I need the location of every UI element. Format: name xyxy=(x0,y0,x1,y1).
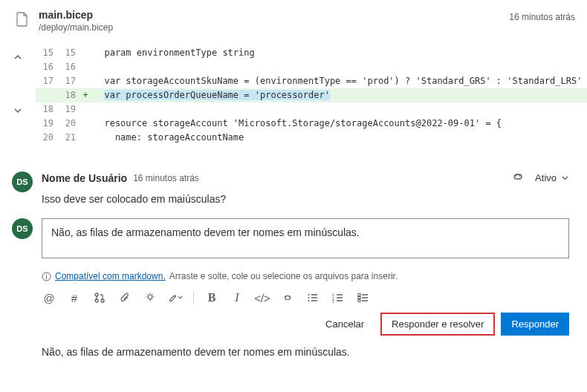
reply-block: DS xyxy=(0,209,587,265)
task-list-button[interactable] xyxy=(356,290,371,305)
svg-rect-15 xyxy=(358,300,360,302)
comment-text: Isso deve ser colocado em maiúsculas? xyxy=(42,193,569,205)
file-path: /deploy/main.bicep xyxy=(39,22,509,33)
file-header: main.bicep /deploy/main.bicep 16 minutos… xyxy=(0,0,587,42)
file-time: 16 minutos atrás xyxy=(509,9,575,22)
svg-rect-13 xyxy=(358,294,360,296)
reply-button[interactable]: Responder xyxy=(501,313,569,336)
diff-container: 1515 param environmentType string1616171… xyxy=(0,42,587,160)
file-name: main.bicep xyxy=(39,9,509,21)
code-row: 1920 resource storageAccount 'Microsoft.… xyxy=(36,117,587,131)
svg-point-4 xyxy=(95,299,98,302)
numbered-list-button[interactable]: 123 xyxy=(331,290,346,305)
file-icon xyxy=(12,9,33,30)
bullet-list-button[interactable] xyxy=(305,290,320,305)
lightbulb-button[interactable] xyxy=(143,290,158,305)
code-row: 1616 xyxy=(36,60,587,74)
svg-text:3: 3 xyxy=(332,299,334,303)
comment-user: Nome de Usuário xyxy=(42,172,127,184)
code-row: 2021 name: storageAccountName xyxy=(36,131,587,145)
svg-rect-2 xyxy=(46,275,47,278)
link-button[interactable] xyxy=(280,290,295,305)
hash-button[interactable]: # xyxy=(67,290,82,305)
svg-point-6 xyxy=(148,295,152,299)
svg-point-8 xyxy=(308,297,310,298)
mention-button[interactable]: @ xyxy=(42,290,56,305)
svg-point-9 xyxy=(308,300,310,301)
pr-button[interactable] xyxy=(92,290,107,305)
markdown-link[interactable]: Compatível com markdown. xyxy=(55,271,166,281)
reply-input[interactable] xyxy=(42,218,569,258)
rendered-reply-text: Não, as filas de armazenamento devem ter… xyxy=(0,346,587,368)
svg-point-5 xyxy=(101,299,104,302)
code-row: 1819 xyxy=(36,102,587,117)
avatar: DS xyxy=(12,218,33,239)
attach-button[interactable] xyxy=(117,290,132,305)
expand-up-button[interactable] xyxy=(10,49,26,65)
code-button[interactable]: </> xyxy=(255,290,270,305)
info-icon xyxy=(42,272,51,281)
bold-button[interactable]: B xyxy=(204,290,219,305)
button-row: Cancelar Responder e resolver Responder xyxy=(0,313,587,346)
code-row: 18+ var processOrderQueueName = 'process… xyxy=(36,88,587,102)
markdown-hint: Compatível com markdown. Arraste e solte… xyxy=(42,271,587,281)
link-icon[interactable] xyxy=(511,172,525,184)
formatting-toolbar: @ # B I </> 123 xyxy=(0,287,587,313)
code-row: 1515 param environmentType string xyxy=(36,46,587,60)
svg-point-1 xyxy=(46,274,48,275)
cancel-button[interactable]: Cancelar xyxy=(315,313,374,336)
reply-resolve-button[interactable]: Responder e resolver xyxy=(380,313,495,336)
code-area: 1515 param environmentType string1616171… xyxy=(36,46,587,145)
svg-point-7 xyxy=(308,294,310,295)
comment-block: DS Nome de Usuário 16 minutos atrás Ativ… xyxy=(0,160,587,209)
svg-rect-14 xyxy=(358,297,360,299)
status-dropdown[interactable]: Ativo xyxy=(535,172,569,183)
markdown-hint-text: Arraste e solte, cole ou selecione os ar… xyxy=(169,271,398,281)
avatar: DS xyxy=(12,172,33,192)
paint-button[interactable] xyxy=(168,290,183,305)
comment-time: 16 minutos atrás xyxy=(133,173,199,183)
svg-point-3 xyxy=(95,293,98,296)
italic-button[interactable]: I xyxy=(230,290,244,305)
chevron-down-icon xyxy=(561,174,569,182)
code-row: 1717 var storageAccountSkuName = (enviro… xyxy=(36,74,587,88)
expand-down-button[interactable] xyxy=(10,102,26,119)
